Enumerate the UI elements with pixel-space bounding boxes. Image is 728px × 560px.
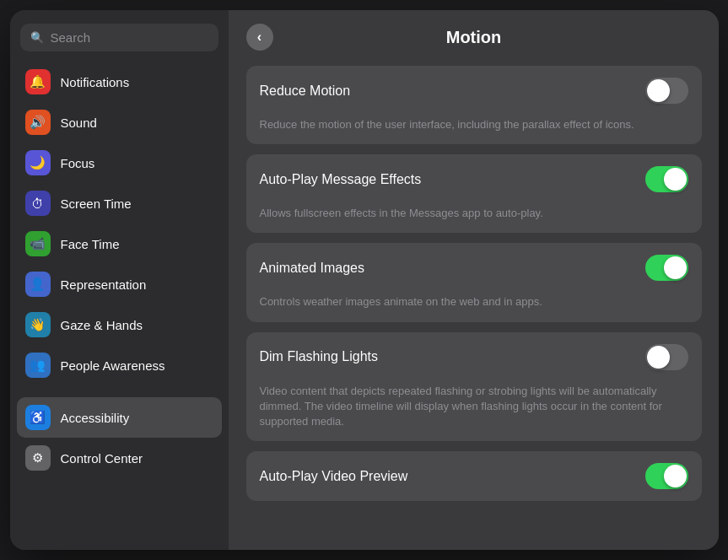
top-bar: ‹ Motion bbox=[229, 10, 719, 59]
toggle-animated-images[interactable] bbox=[645, 255, 688, 281]
page-title: Motion bbox=[287, 28, 661, 47]
toggle-knob-animated-images bbox=[664, 256, 687, 279]
sidebar-label-control-center: Control Center bbox=[61, 451, 143, 466]
sidebar: 🔍 Search 🔔 Notifications 🔊 Sound 🌙 Focus… bbox=[10, 10, 229, 550]
sidebar-item-people-awareness[interactable]: 👥 People Awareness bbox=[17, 345, 222, 385]
settings-label-reduce-motion: Reduce Motion bbox=[260, 83, 351, 99]
settings-label-animated-images: Animated Images bbox=[260, 261, 365, 276]
search-icon: 🔍 bbox=[30, 31, 44, 44]
toggle-auto-play-message-effects[interactable] bbox=[645, 166, 688, 192]
sidebar-label-accessibility: Accessibility bbox=[61, 411, 130, 425]
toggle-auto-play-video-preview[interactable] bbox=[645, 463, 688, 489]
toggle-knob-auto-play-message-effects bbox=[664, 168, 687, 191]
back-button[interactable]: ‹ bbox=[246, 24, 273, 51]
sidebar-icon-sound: 🔊 bbox=[25, 110, 51, 135]
sidebar-label-sound: Sound bbox=[61, 116, 97, 130]
sidebar-item-focus[interactable]: 🌙 Focus bbox=[17, 143, 222, 183]
sidebar-label-notifications: Notifications bbox=[61, 75, 130, 89]
sidebar-icon-notifications: 🔔 bbox=[25, 69, 51, 94]
settings-group-auto-play-message-effects: Auto-Play Message EffectsAllows fullscre… bbox=[246, 154, 702, 233]
sidebar-label-people-awareness: People Awareness bbox=[61, 358, 165, 373]
settings-description-dim-flashing-lights: Video content that depicts repeated flas… bbox=[246, 382, 702, 442]
app-window: 🔍 Search 🔔 Notifications 🔊 Sound 🌙 Focus… bbox=[10, 10, 719, 550]
toggle-knob-dim-flashing-lights bbox=[647, 346, 670, 369]
sidebar-item-control-center[interactable]: ⚙ Control Center bbox=[17, 438, 222, 478]
sidebar-label-facetime: Face Time bbox=[61, 237, 120, 251]
toggle-knob-auto-play-video-preview bbox=[664, 465, 687, 487]
settings-group-dim-flashing-lights: Dim Flashing LightsVideo content that de… bbox=[246, 332, 702, 442]
settings-row-animated-images: Animated Images bbox=[246, 243, 702, 293]
sidebar-icon-focus: 🌙 bbox=[25, 150, 51, 175]
settings-group-reduce-motion: Reduce MotionReduce the motion of the us… bbox=[246, 66, 702, 144]
sidebar-icon-gaze-hands: 👋 bbox=[25, 312, 51, 337]
sidebar-item-screen-time[interactable]: ⏱ Screen Time bbox=[17, 183, 222, 223]
settings-group-animated-images: Animated ImagesControls weather images a… bbox=[246, 243, 702, 321]
settings-description-reduce-motion: Reduce the motion of the user interface,… bbox=[246, 116, 702, 144]
search-bar[interactable]: 🔍 Search bbox=[20, 24, 218, 51]
toggle-dim-flashing-lights[interactable] bbox=[645, 344, 688, 370]
sidebar-item-notifications[interactable]: 🔔 Notifications bbox=[17, 62, 222, 102]
search-label: Search bbox=[51, 30, 91, 45]
settings-label-auto-play-video-preview: Auto-Play Video Preview bbox=[260, 469, 408, 484]
back-icon: ‹ bbox=[257, 30, 262, 45]
settings-list: Reduce MotionReduce the motion of the us… bbox=[229, 59, 719, 550]
sidebar-icon-screen-time: ⏱ bbox=[25, 191, 51, 216]
sidebar-item-facetime[interactable]: 📹 Face Time bbox=[17, 223, 222, 264]
sidebar-icon-people-awareness: 👥 bbox=[25, 353, 51, 378]
settings-row-reduce-motion: Reduce Motion bbox=[246, 66, 702, 116]
sidebar-label-gaze-hands: Gaze & Hands bbox=[61, 318, 143, 332]
toggle-reduce-motion[interactable] bbox=[645, 78, 688, 104]
main-content: ‹ Motion Reduce MotionReduce the motion … bbox=[229, 10, 719, 550]
sidebar-icon-facetime: 📹 bbox=[25, 231, 51, 256]
sidebar-item-gaze-hands[interactable]: 👋 Gaze & Hands bbox=[17, 304, 222, 345]
sidebar-list: 🔔 Notifications 🔊 Sound 🌙 Focus ⏱ Screen… bbox=[10, 62, 229, 540]
settings-label-auto-play-message-effects: Auto-Play Message Effects bbox=[260, 172, 422, 187]
settings-description-auto-play-message-effects: Allows fullscreen effects in the Message… bbox=[246, 204, 702, 233]
settings-label-dim-flashing-lights: Dim Flashing Lights bbox=[260, 349, 379, 364]
sidebar-item-sound[interactable]: 🔊 Sound bbox=[17, 102, 222, 143]
settings-row-dim-flashing-lights: Dim Flashing Lights bbox=[246, 332, 702, 382]
settings-row-auto-play-video-preview: Auto-Play Video Preview bbox=[246, 451, 702, 501]
sidebar-item-accessibility[interactable]: ♿ Accessibility bbox=[17, 397, 222, 438]
sidebar-item-representation[interactable]: 👤 Representation bbox=[17, 264, 222, 304]
settings-group-auto-play-video-preview: Auto-Play Video Preview bbox=[246, 451, 702, 501]
sidebar-label-focus: Focus bbox=[61, 156, 95, 170]
sidebar-icon-accessibility: ♿ bbox=[25, 405, 51, 430]
sidebar-label-representation: Representation bbox=[61, 277, 147, 292]
sidebar-label-screen-time: Screen Time bbox=[61, 197, 132, 211]
sidebar-icon-control-center: ⚙ bbox=[25, 445, 51, 471]
settings-row-auto-play-message-effects: Auto-Play Message Effects bbox=[246, 154, 702, 204]
settings-description-animated-images: Controls weather images animate on the w… bbox=[246, 293, 702, 321]
toggle-knob-reduce-motion bbox=[647, 79, 670, 102]
sidebar-icon-representation: 👤 bbox=[25, 272, 51, 297]
